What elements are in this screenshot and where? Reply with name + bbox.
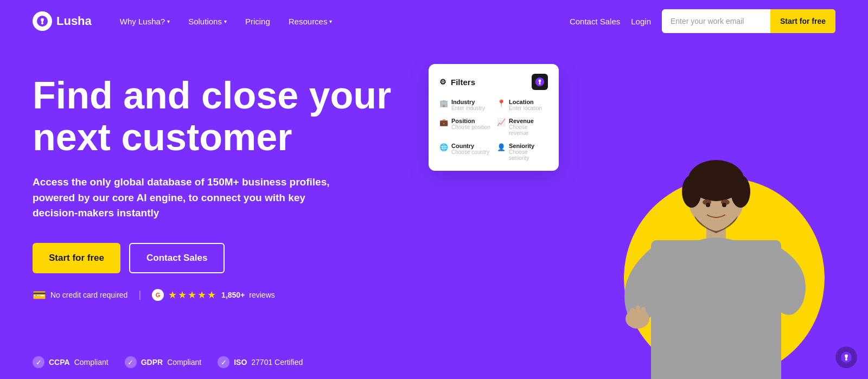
logo[interactable]: Lusha — [33, 11, 92, 31]
svg-rect-12 — [630, 308, 635, 319]
logo-text: Lusha — [56, 14, 92, 28]
svg-rect-14 — [641, 307, 646, 319]
email-form: Start for free — [662, 9, 835, 33]
trust-no-credit: 💳 No credit card required — [33, 288, 127, 301]
credit-card-icon: 💳 — [33, 288, 46, 301]
filters-card: ⚙ Filters 🏢 Industry Enter indust — [429, 64, 559, 171]
nav-resources[interactable]: Resources ▾ — [282, 12, 339, 30]
hero-contact-sales-button[interactable]: Contact Sales — [129, 243, 225, 273]
navigation: Lusha Why Lusha? ▾ Solutions ▾ Pricing R… — [0, 0, 868, 42]
g2-icon: G — [152, 289, 164, 301]
svg-point-18 — [722, 203, 726, 207]
iso-check-icon: ✓ — [218, 356, 229, 368]
svg-point-7 — [731, 175, 750, 208]
bottom-lusha-icon[interactable] — [835, 346, 857, 368]
seniority-icon: 👤 — [497, 143, 506, 151]
location-icon: 📍 — [497, 99, 506, 107]
nav-right: Contact Sales Login Start for free — [570, 9, 835, 33]
compliance-bar: ✓ CCPA Compliant ✓ GDPR Compliant ✓ ISO … — [33, 356, 303, 368]
nav-why-lusha[interactable]: Why Lusha? ▾ — [113, 12, 176, 30]
compliance-gdpr: ✓ GDPR Compliant — [125, 356, 201, 368]
svg-point-17 — [706, 203, 710, 207]
hero-right: ⚙ Filters 🏢 Industry Enter indust — [412, 64, 835, 357]
trust-divider: | — [138, 289, 141, 300]
compliance-ccpa: ✓ CCPA Compliant — [33, 356, 108, 368]
nav-links: Why Lusha? ▾ Solutions ▾ Pricing Resourc… — [113, 12, 570, 30]
svg-point-6 — [682, 175, 701, 208]
email-input[interactable] — [662, 17, 770, 25]
hero-trust: 💳 No credit card required | G ★★★★★ 1,85… — [33, 288, 412, 301]
filter-grid: 🏢 Industry Enter industry 📍 Location Ent… — [439, 99, 548, 161]
contact-sales-link[interactable]: Contact Sales — [570, 17, 620, 26]
chevron-down-icon: ▾ — [167, 18, 170, 24]
start-free-button[interactable]: Start for free — [770, 9, 835, 33]
filter-position: 💼 Position Choose position — [439, 118, 490, 136]
filters-lusha-icon — [532, 74, 548, 90]
svg-point-1 — [41, 22, 43, 24]
position-icon: 💼 — [439, 118, 448, 126]
hero-left: Find and close your next customer Access… — [33, 64, 412, 357]
nav-pricing[interactable]: Pricing — [239, 12, 277, 30]
filter-revenue: 📈 Revenue Choose revenue — [497, 118, 548, 136]
revenue-icon: 📈 — [497, 118, 506, 126]
ccpa-check-icon: ✓ — [33, 356, 44, 368]
filters-header: ⚙ Filters — [439, 74, 548, 90]
hero-start-free-button[interactable]: Start for free — [33, 243, 120, 273]
compliance-iso: ✓ ISO 27701 Certified — [218, 356, 303, 368]
svg-rect-13 — [636, 306, 640, 319]
industry-icon: 🏢 — [439, 99, 448, 107]
country-icon: 🌐 — [439, 143, 448, 151]
filter-seniority: 👤 Seniority Choose seniority — [497, 143, 548, 161]
hero-title: Find and close your next customer — [33, 75, 412, 158]
nav-solutions[interactable]: Solutions ▾ — [182, 12, 233, 30]
hero-buttons: Start for free Contact Sales — [33, 243, 412, 273]
gdpr-check-icon: ✓ — [125, 356, 137, 368]
chevron-down-icon: ▾ — [224, 18, 227, 24]
hero-subtitle: Access the only global database of 150M+… — [33, 175, 336, 221]
login-link[interactable]: Login — [631, 17, 651, 26]
trust-g2: G ★★★★★ 1,850+ reviews — [152, 289, 275, 301]
svg-point-20 — [845, 358, 847, 361]
chevron-down-icon: ▾ — [329, 18, 332, 24]
main-content: Find and close your next customer Access… — [0, 42, 868, 378]
svg-point-3 — [539, 83, 540, 85]
star-rating: ★★★★★ — [168, 289, 217, 301]
person-image — [608, 145, 814, 379]
filter-country: 🌐 Country Choose country — [439, 143, 490, 161]
logo-icon — [33, 11, 52, 31]
filter-icon: ⚙ — [439, 78, 446, 86]
filter-industry: 🏢 Industry Enter industry — [439, 99, 490, 111]
filters-title: ⚙ Filters — [439, 78, 475, 87]
filter-location: 📍 Location Enter location — [497, 99, 548, 111]
